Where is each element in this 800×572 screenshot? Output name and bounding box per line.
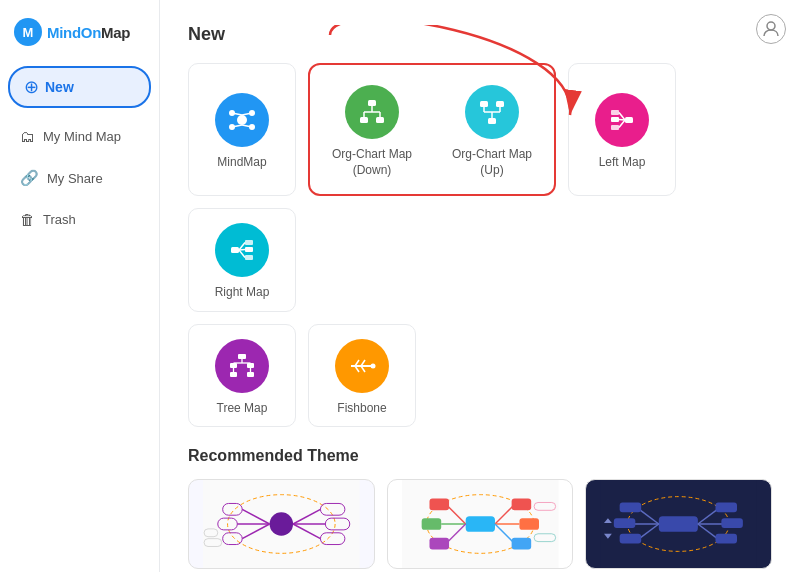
fishbone-label: Fishbone — [337, 401, 386, 417]
svg-rect-27 — [611, 125, 619, 130]
logo-icon: M — [14, 18, 42, 46]
svg-rect-97 — [620, 503, 642, 513]
svg-rect-84 — [519, 519, 539, 531]
svg-rect-17 — [488, 118, 496, 124]
logo: M MindOnMap — [0, 10, 159, 62]
sidebar-item-my-share[interactable]: 🔗 My Share — [6, 159, 153, 197]
left-map-label: Left Map — [599, 155, 646, 171]
mind-map-icon: 🗂 — [20, 128, 35, 145]
svg-rect-26 — [611, 117, 619, 122]
theme-section-title: Recommended Theme — [188, 447, 772, 465]
svg-line-30 — [619, 120, 625, 128]
map-card-org-chart-down[interactable]: Org-Chart Map(Down) — [318, 71, 426, 188]
sidebar-item-my-mind-map[interactable]: 🗂 My Mind Map — [6, 118, 153, 155]
highlight-group: Org-Chart Map(Down) Org-Chart Map (Up) — [308, 63, 556, 196]
mindmap-label: MindMap — [217, 155, 266, 171]
org-chart-up-label: Org-Chart Map (Up) — [448, 147, 536, 178]
svg-rect-99 — [620, 534, 642, 544]
share-icon: 🔗 — [20, 169, 39, 187]
new-section-title: New — [188, 24, 772, 45]
svg-point-1 — [237, 115, 247, 125]
sidebar-item-trash[interactable]: 🗑 Trash — [6, 201, 153, 238]
svg-rect-73 — [465, 517, 494, 533]
main-content: New MindMap — [160, 0, 800, 572]
svg-rect-98 — [614, 519, 636, 529]
map-grid-row2: Tree Map Fishbone — [188, 324, 772, 428]
svg-rect-34 — [245, 255, 253, 260]
new-button[interactable]: ⊕ New — [8, 66, 151, 108]
svg-rect-90 — [659, 517, 698, 533]
map-card-fishbone[interactable]: Fishbone — [308, 324, 416, 428]
svg-rect-19 — [496, 101, 504, 107]
svg-rect-82 — [429, 538, 449, 550]
svg-point-56 — [270, 513, 293, 536]
svg-rect-102 — [716, 534, 738, 544]
sidebar-item-label: My Share — [47, 171, 103, 186]
theme-grid — [188, 479, 772, 572]
sidebar-item-label: Trash — [43, 212, 76, 227]
svg-rect-24 — [625, 117, 633, 123]
svg-rect-39 — [230, 363, 237, 368]
right-map-icon-circle — [215, 223, 269, 277]
svg-rect-12 — [376, 117, 384, 123]
svg-point-135 — [767, 22, 775, 30]
svg-rect-85 — [511, 538, 531, 550]
svg-rect-31 — [231, 247, 239, 253]
tree-map-label: Tree Map — [217, 401, 268, 417]
svg-rect-10 — [368, 100, 376, 106]
svg-rect-80 — [429, 499, 449, 511]
svg-rect-11 — [360, 117, 368, 123]
map-card-tree-map[interactable]: Tree Map — [188, 324, 296, 428]
map-card-org-chart-up[interactable]: Org-Chart Map (Up) — [438, 71, 546, 188]
user-avatar[interactable] — [756, 14, 786, 44]
org-chart-up-icon-circle — [465, 85, 519, 139]
new-button-label: New — [45, 79, 74, 95]
sidebar-item-label: My Mind Map — [43, 129, 121, 144]
svg-rect-41 — [230, 372, 237, 377]
svg-rect-101 — [722, 519, 744, 529]
map-card-left-map[interactable]: Left Map — [568, 63, 676, 196]
sidebar: M MindOnMap ⊕ New 🗂 My Mind Map 🔗 My Sha… — [0, 0, 160, 572]
right-map-label: Right Map — [215, 285, 270, 301]
svg-rect-42 — [247, 372, 254, 377]
svg-rect-33 — [245, 247, 253, 252]
svg-rect-18 — [480, 101, 488, 107]
org-chart-down-icon-circle — [345, 85, 399, 139]
fishbone-icon-circle — [335, 339, 389, 393]
svg-line-37 — [239, 250, 245, 258]
svg-point-53 — [371, 363, 376, 368]
theme-card-1[interactable] — [188, 479, 375, 569]
plus-icon: ⊕ — [24, 76, 39, 98]
svg-rect-100 — [716, 503, 738, 513]
svg-rect-40 — [247, 363, 254, 368]
trash-icon: 🗑 — [20, 211, 35, 228]
theme-card-3[interactable] — [585, 479, 772, 569]
theme-card-2[interactable] — [387, 479, 574, 569]
logo-text: MindOnMap — [47, 24, 130, 41]
svg-rect-81 — [421, 519, 441, 531]
svg-rect-25 — [611, 110, 619, 115]
left-map-icon-circle — [595, 93, 649, 147]
svg-rect-38 — [238, 354, 246, 359]
map-grid: MindMap Org-Chart Map(Down) — [188, 63, 772, 312]
svg-rect-32 — [245, 240, 253, 245]
mindmap-icon-circle — [215, 93, 269, 147]
map-card-mindmap[interactable]: MindMap — [188, 63, 296, 196]
org-chart-down-label: Org-Chart Map(Down) — [332, 147, 412, 178]
map-card-right-map[interactable]: Right Map — [188, 208, 296, 312]
svg-rect-83 — [511, 499, 531, 511]
tree-map-icon-circle — [215, 339, 269, 393]
